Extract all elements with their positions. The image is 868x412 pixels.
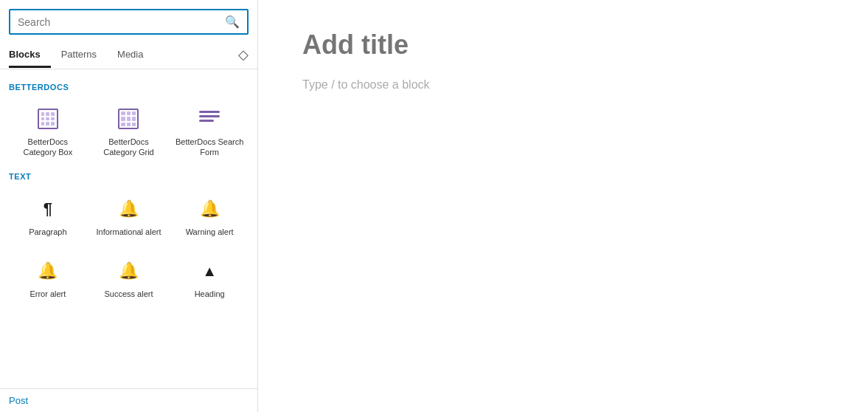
paragraph-icon: ¶ xyxy=(35,196,61,222)
block-item-informational-alert[interactable]: 🔔 Informational alert xyxy=(90,187,168,246)
tabs-bar: Blocks Patterns Media ◇ xyxy=(0,41,257,69)
block-label-success-alert: Success alert xyxy=(104,289,153,299)
block-label-category-box: BetterDocs Category Box xyxy=(13,137,83,158)
tab-blocks[interactable]: Blocks xyxy=(9,43,51,68)
search-box: 🔍 xyxy=(9,9,249,35)
block-item-search-form[interactable]: BetterDocs Search Form xyxy=(170,97,249,165)
block-label-heading: Heading xyxy=(195,289,225,299)
block-label-informational-alert: Informational alert xyxy=(96,227,161,237)
heading-icon: ▲ xyxy=(196,258,223,284)
block-label-warning-alert: Warning alert xyxy=(186,227,234,237)
section-label-text: TEXT xyxy=(9,172,249,181)
block-item-category-grid[interactable]: BetterDocs Category Grid xyxy=(90,97,168,165)
tab-media[interactable]: Media xyxy=(117,43,153,68)
block-item-category-box[interactable]: BetterDocs Category Box xyxy=(9,97,87,165)
section-label-betterdocs: BETTERDOCS xyxy=(9,83,249,92)
search-icon[interactable]: 🔍 xyxy=(225,15,240,29)
main-content: Type / to choose a block xyxy=(258,0,868,412)
block-item-warning-alert[interactable]: 🔔 Warning alert xyxy=(170,187,249,246)
success-alert-icon: 🔔 xyxy=(115,258,142,284)
block-label-paragraph: Paragraph xyxy=(29,227,66,237)
block-label-error-alert: Error alert xyxy=(29,289,66,299)
block-list: BETTERDOCS BetterDocs Category Box xyxy=(0,69,257,388)
block-directory-icon[interactable]: ◇ xyxy=(238,41,249,69)
tab-patterns[interactable]: Patterns xyxy=(61,43,107,68)
category-grid-icon xyxy=(115,106,142,132)
page-title-input[interactable] xyxy=(302,30,824,61)
search-input[interactable] xyxy=(18,16,225,28)
sidebar: 🔍 Blocks Patterns Media ◇ BETTERDOCS Bet… xyxy=(0,0,258,412)
error-alert-icon: 🔔 xyxy=(35,258,61,284)
category-box-icon xyxy=(35,106,61,132)
warning-alert-icon: 🔔 xyxy=(196,196,223,222)
block-item-success-alert[interactable]: 🔔 Success alert xyxy=(90,249,168,308)
betterdocs-grid: BetterDocs Category Box BetterDocs Categ… xyxy=(9,97,249,165)
block-item-heading[interactable]: ▲ Heading xyxy=(170,249,249,308)
block-placeholder: Type / to choose a block xyxy=(302,78,824,92)
informational-alert-icon: 🔔 xyxy=(115,196,142,222)
block-label-category-grid: BetterDocs Category Grid xyxy=(94,137,164,158)
block-item-paragraph[interactable]: ¶ Paragraph xyxy=(9,187,87,246)
bottom-bar-post[interactable]: Post xyxy=(0,388,257,412)
block-item-error-alert[interactable]: 🔔 Error alert xyxy=(9,249,87,308)
search-container: 🔍 xyxy=(0,0,257,41)
block-label-search-form: BetterDocs Search Form xyxy=(174,137,245,158)
text-grid: ¶ Paragraph 🔔 Informational alert 🔔 Warn… xyxy=(9,187,249,308)
search-form-icon xyxy=(196,106,223,132)
